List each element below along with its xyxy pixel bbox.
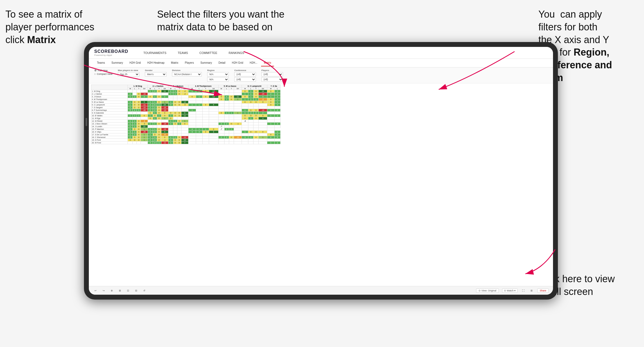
subnav-summary[interactable]: Summary: [109, 60, 126, 66]
gender-select[interactable]: Men's: [145, 72, 167, 76]
matrix-cell: 3: [153, 136, 157, 139]
matrix-cell: [218, 117, 224, 120]
nav-tournaments[interactable]: TOURNAMENTS: [142, 50, 168, 56]
matrix-cell: [141, 142, 148, 144]
tool-4[interactable]: ⊟: [134, 289, 139, 293]
matrix-cell: 1: [267, 114, 274, 117]
full-view-radio[interactable]: ⦿ Full View: [94, 69, 112, 72]
matrix-cell: 1: [274, 104, 280, 106]
matrix-cell: 4: [259, 117, 267, 120]
matrix-cell: 0: [148, 112, 153, 114]
share-button[interactable]: Share: [537, 288, 549, 293]
matrix-cell: 0: [137, 104, 141, 106]
matrix-cell: [234, 106, 242, 109]
subnav-matrix-active[interactable]: Matrix: [261, 60, 274, 66]
division-select[interactable]: NCAA Division I: [172, 72, 202, 76]
matrix-cell: 2: [196, 90, 203, 93]
region-select[interactable]: N/A: [207, 72, 229, 76]
matrix-cell: 1: [157, 114, 161, 117]
matrix-cell: 1: [168, 136, 173, 139]
matrix-cell: [196, 123, 203, 125]
view-original-button[interactable]: ⊙ View: Original: [476, 288, 499, 293]
max-players-select[interactable]: Top 25: [118, 72, 139, 76]
matrix-cell: 0: [242, 117, 248, 120]
watch-button[interactable]: ⊙ Watch ▾: [502, 288, 518, 293]
matrix-cell: 1: [128, 114, 133, 117]
subnav-h2h-grid[interactable]: H2H Grid: [127, 60, 144, 66]
matrix-cell: [128, 90, 133, 93]
matrix-cell: [259, 104, 267, 106]
region-select-2[interactable]: N/A: [207, 77, 229, 82]
matrix-cell: 0: [202, 131, 209, 133]
tool-5[interactable]: ↺: [142, 289, 147, 293]
matrix-cell: [188, 114, 196, 117]
matrix-cell: 1: [148, 133, 153, 136]
matrix-cell: [224, 120, 229, 123]
matrix-cell: [218, 106, 224, 109]
matrix-cell: [248, 142, 253, 144]
subnav-matrix-1[interactable]: Matrix: [168, 60, 181, 66]
subnav-h2h-dots[interactable]: H2H...: [247, 60, 260, 66]
sub-w-3: W: [168, 88, 173, 90]
matrix-cell: [209, 133, 218, 136]
matrix-cell: 2: [274, 90, 280, 93]
players-filter: Players (All) (All): [261, 69, 283, 82]
division-label: Division: [172, 69, 202, 72]
matrix-cell: [202, 136, 209, 139]
matrix-cell: [168, 98, 173, 101]
matrix-cell: [209, 120, 218, 123]
matrix-cell: 11: [161, 90, 168, 93]
matrix-cell: 0: [218, 95, 224, 98]
subnav-players[interactable]: Players: [182, 60, 197, 66]
row-label: 20. M Ford: [91, 142, 128, 144]
tool-1[interactable]: ⊕: [109, 289, 114, 293]
matrix-cell: 2: [218, 123, 224, 125]
subnav-teams[interactable]: Teams: [94, 60, 108, 66]
matrix-cell: [181, 106, 188, 109]
redo-button[interactable]: ↪: [101, 289, 106, 293]
conference-select[interactable]: (All): [234, 72, 256, 76]
matrix-cell: 0: [202, 104, 209, 106]
row-label: 8. P Summerhays: [91, 109, 128, 112]
players-select-2[interactable]: (All): [261, 77, 283, 82]
undo-button[interactable]: ↩: [93, 289, 98, 293]
nav-teams[interactable]: TEAMS: [176, 50, 190, 56]
matrix-cell: 1: [188, 109, 196, 112]
matrix-cell: 0: [141, 114, 148, 117]
row-label: 15. P Maichon: [91, 128, 128, 131]
grid-button[interactable]: ⊞: [529, 289, 534, 293]
compact-view-radio[interactable]: ○ Compact View: [94, 73, 112, 75]
matrix-cell: 1: [141, 139, 148, 142]
matrix-cell: 0: [157, 109, 161, 112]
matrix-cell: [267, 117, 274, 120]
matrix-cell: [173, 117, 177, 120]
matrix-cell: 0: [253, 109, 259, 112]
nav-rankings[interactable]: RANKINGS: [227, 50, 246, 56]
subnav-h2h-heatmap[interactable]: H2H Heatmap: [145, 60, 167, 66]
subnav-detail[interactable]: Detail: [216, 60, 228, 66]
tool-3[interactable]: ⊡: [126, 289, 131, 293]
matrix-cell: 0: [133, 101, 137, 104]
row-label: 18. C Sherwood: [91, 136, 128, 139]
matrix-cell: 2: [128, 93, 133, 95]
subnav-h2h-grid-2[interactable]: H2H Grid: [229, 60, 246, 66]
fullscreen-button[interactable]: ⛶: [521, 289, 526, 293]
matrix-cell: [161, 93, 168, 95]
matrix-area[interactable]: 1. W Ding 2. L Clanton 3. J Koivun 4. M …: [89, 83, 553, 286]
conference-select-2[interactable]: (All): [234, 77, 256, 82]
matrix-cell: [242, 125, 248, 128]
row-label: 14. J Lundin: [91, 125, 128, 128]
row-label: 2. L Clanton: [91, 93, 128, 95]
tool-2[interactable]: ⊞: [118, 289, 122, 293]
matrix-cell: [209, 114, 218, 117]
matrix-cell: [224, 104, 229, 106]
matrix-cell: 1: [168, 139, 173, 142]
matrix-cell: [153, 125, 157, 128]
matrix-cell: 4: [188, 128, 196, 131]
matrix-cell: [137, 112, 141, 114]
matrix-cell: 8: [209, 131, 218, 133]
matrix-cell: -3: [141, 123, 148, 125]
nav-committee[interactable]: COMMITTEE: [198, 50, 219, 56]
players-select[interactable]: (All): [261, 72, 283, 76]
subnav-summary-2[interactable]: Summary: [198, 60, 215, 66]
